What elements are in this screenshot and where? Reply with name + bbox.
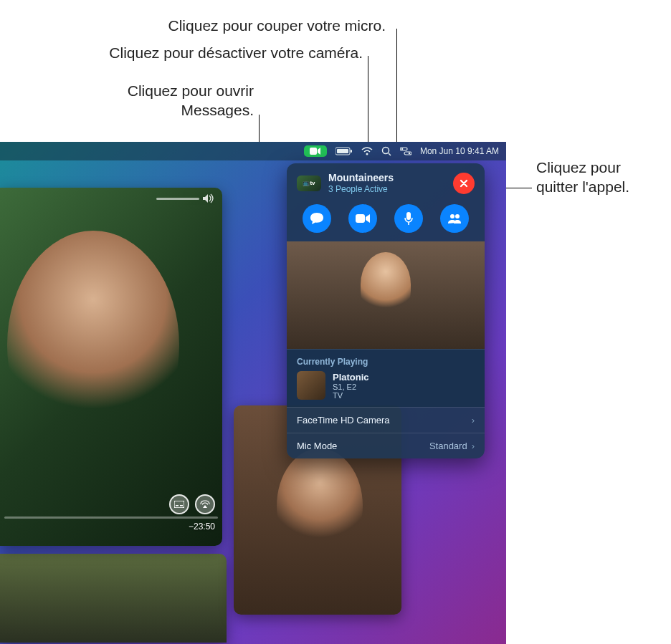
messages-button[interactable] [303, 204, 331, 233]
subtitles-button[interactable] [169, 494, 189, 514]
media-title: Platonic [333, 372, 369, 383]
wifi-icon[interactable] [361, 147, 373, 155]
currently-playing-section: Currently Playing Platonic S1, E2 TV [287, 349, 485, 407]
svg-rect-0 [310, 148, 317, 155]
svg-point-4 [366, 153, 368, 155]
svg-rect-3 [351, 150, 352, 153]
svg-line-6 [389, 153, 391, 155]
time-remaining: −23:50 [189, 522, 215, 532]
video-tile [0, 554, 227, 643]
svg-point-8 [401, 148, 404, 150]
shareplay-video-player[interactable]: −23:50 [0, 188, 222, 546]
close-icon [459, 178, 469, 188]
mic-toggle-button[interactable] [394, 204, 423, 233]
shareplay-icon [447, 213, 462, 224]
camera-select-row[interactable]: FaceTime HD Camera › [287, 407, 485, 433]
mic-mode-row[interactable]: Mic Mode Standard › [287, 433, 485, 458]
callout-line: Cliquez pour [536, 159, 621, 176]
svg-rect-12 [176, 505, 179, 506]
volume-indicator [156, 193, 215, 203]
callout-disable-camera: Cliquez pour désactiver votre caméra. [6, 43, 363, 62]
svg-point-10 [409, 153, 411, 155]
microphone-icon [404, 211, 414, 226]
media-episode: S1, E2 [333, 383, 369, 391]
facetime-icon [310, 147, 321, 155]
camera-toggle-button[interactable] [348, 204, 377, 233]
playback-progress[interactable] [4, 516, 218, 519]
video-icon [355, 213, 371, 224]
group-avatar: 📺tv [297, 176, 321, 191]
svg-point-17 [450, 214, 455, 218]
media-thumbnail [297, 371, 325, 400]
svg-rect-9 [404, 152, 411, 155]
svg-rect-13 [180, 505, 183, 506]
hud-header: 📺tv Mountaineers 3 People Active [287, 163, 485, 200]
svg-point-18 [455, 214, 460, 218]
hud-button-row [287, 200, 485, 241]
callout-open-messages: Cliquez pour ouvrir Messages. [89, 81, 254, 120]
airplay-button[interactable] [195, 494, 215, 514]
desktop-background: Mon Jun 10 9:41 AM −23:50 📺tv [0, 142, 506, 644]
svg-rect-2 [337, 149, 348, 153]
svg-rect-15 [406, 212, 411, 220]
call-subtitle: 3 People Active [328, 184, 394, 194]
svg-point-5 [382, 148, 389, 154]
callout-line: Cliquez pour ouvrir [128, 82, 254, 99]
self-preview-video[interactable] [287, 241, 485, 349]
control-center-icon[interactable] [400, 147, 411, 155]
chevron-right-icon: › [472, 441, 475, 451]
menubar-datetime[interactable]: Mon Jun 10 9:41 AM [420, 146, 499, 156]
media-source: TV [333, 391, 369, 400]
svg-rect-11 [174, 501, 184, 508]
mic-mode-value: Standard [429, 441, 467, 451]
currently-playing-label: Currently Playing [297, 357, 475, 367]
menu-bar: Mon Jun 10 9:41 AM [0, 142, 506, 160]
shareplay-button[interactable] [440, 204, 469, 233]
messages-icon [310, 212, 324, 225]
chevron-right-icon: › [472, 415, 475, 426]
svg-rect-14 [356, 214, 365, 223]
callout-leave-call: Cliquez pour quitter l'appel. [536, 158, 665, 197]
mic-mode-label: Mic Mode [297, 441, 337, 451]
battery-icon[interactable] [336, 147, 353, 155]
svg-rect-7 [400, 148, 407, 150]
spotlight-icon[interactable] [381, 146, 391, 156]
callout-line: Messages. [181, 102, 254, 118]
camera-row-label: FaceTime HD Camera [297, 415, 390, 426]
facetime-hud-panel: 📺tv Mountaineers 3 People Active [287, 163, 485, 458]
leave-call-button[interactable] [453, 173, 475, 194]
callout-line: quitter l'appel. [536, 178, 629, 195]
call-title: Mountaineers [328, 172, 394, 183]
facetime-status-pill[interactable] [304, 145, 327, 157]
callout-mute-mic: Cliquez pour couper votre micro. [85, 16, 386, 35]
